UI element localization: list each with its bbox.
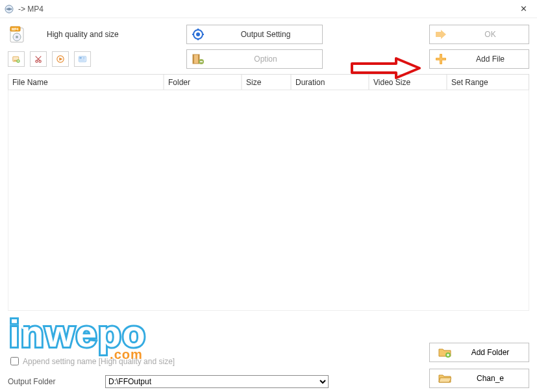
svg-point-10 — [196, 32, 200, 36]
add-folder-button[interactable]: Add Folder — [429, 343, 529, 362]
info-button[interactable] — [74, 51, 91, 67]
quality-label: High quality and size — [47, 30, 119, 39]
add-file-label: Add File — [452, 55, 529, 64]
append-setting-label: Append setting name [High quality and si… — [23, 357, 175, 366]
svg-rect-2 — [6, 8, 8, 10]
play-button[interactable] — [52, 51, 69, 67]
output-folder-label: Output Folder — [8, 377, 99, 386]
append-setting-checkbox[interactable] — [10, 357, 19, 365]
output-setting-button[interactable]: Output Setting — [186, 25, 323, 44]
col-duration[interactable]: Duration — [291, 75, 369, 90]
file-table: File Name Folder Size Duration Video Siz… — [8, 74, 529, 311]
film-icon — [187, 53, 209, 65]
svg-rect-33 — [193, 55, 194, 64]
subtitle-icon — [12, 54, 20, 64]
ok-button[interactable]: OK — [429, 25, 529, 44]
add-folder-label: Add Folder — [456, 348, 525, 357]
folder-open-icon — [434, 373, 456, 384]
col-file-name[interactable]: File Name — [8, 75, 164, 90]
col-set-range[interactable]: Set Range — [447, 75, 529, 90]
col-size[interactable]: Size — [242, 75, 291, 90]
svg-text:MP4: MP4 — [12, 27, 19, 31]
svg-rect-40 — [436, 58, 445, 60]
col-folder[interactable]: Folder — [164, 75, 242, 90]
title-bar: -> MP4 ✕ — [0, 0, 537, 18]
change-folder-label: Chan_e — [456, 374, 525, 383]
close-button[interactable]: ✕ — [514, 4, 533, 14]
scissors-icon — [34, 55, 42, 64]
arrow-right-icon — [430, 29, 452, 40]
play-icon — [56, 55, 64, 64]
table-body[interactable] — [8, 90, 529, 311]
app-icon — [4, 4, 14, 14]
output-setting-label: Output Setting — [209, 30, 322, 39]
svg-rect-3 — [10, 8, 12, 10]
svg-rect-36 — [200, 61, 203, 62]
add-file-button[interactable]: Add File — [429, 49, 529, 69]
info-card-icon — [79, 55, 86, 63]
cut-button[interactable] — [30, 51, 47, 67]
format-mp4-icon: MP4 — [9, 25, 27, 43]
window-title: -> MP4 — [18, 5, 514, 14]
output-folder-select[interactable]: D:\FFOutput — [105, 375, 329, 388]
add-subtitle-button[interactable] — [8, 51, 25, 67]
ok-label: OK — [452, 30, 529, 39]
plus-icon — [430, 53, 452, 65]
svg-rect-28 — [80, 57, 82, 59]
option-button[interactable]: Option — [186, 49, 323, 69]
watermark-text: inwepo — [9, 312, 147, 355]
svg-point-8 — [16, 36, 18, 38]
svg-marker-15 — [436, 30, 446, 39]
col-video-size[interactable]: Video Size — [369, 75, 447, 90]
change-folder-button[interactable]: Chan_e — [429, 369, 529, 388]
table-header: File Name Folder Size Duration Video Siz… — [8, 75, 529, 90]
option-label: Option — [209, 55, 322, 64]
folder-plus-icon — [434, 347, 456, 358]
svg-point-1 — [8, 8, 10, 10]
svg-marker-26 — [59, 57, 62, 60]
gear-icon — [187, 28, 209, 41]
